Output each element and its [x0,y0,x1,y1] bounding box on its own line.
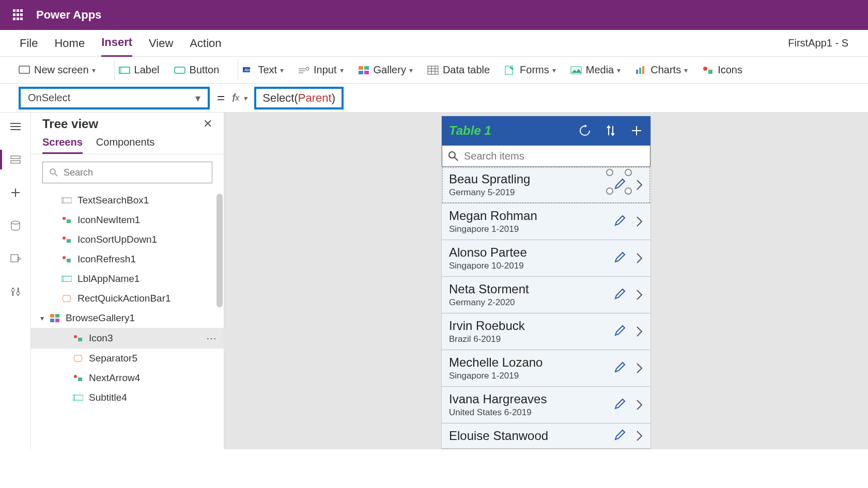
menu-view[interactable]: View [149,30,173,56]
data-icon[interactable] [9,219,22,232]
edit-icon[interactable] [613,178,627,192]
tree-search-input[interactable]: Search [42,162,212,183]
tree-item-iconrefresh[interactable]: IconRefresh1 [31,249,224,269]
tree-item-icon3[interactable]: Icon3 ⋯ [31,328,224,349]
svg-point-57 [74,335,77,338]
new-screen-button[interactable]: New screen ▾ [19,64,96,76]
group-icon [72,333,84,344]
tree-item-label: Icon3 [89,333,113,344]
phone-search-input[interactable]: Search items [442,145,650,167]
svg-marker-68 [611,133,615,136]
tab-components[interactable]: Components [96,136,154,154]
shape-icon [72,353,84,364]
hamburger-icon[interactable] [9,120,22,133]
edit-icon[interactable] [613,251,627,265]
svg-marker-21 [571,69,581,73]
list-item[interactable]: Neta StormentGermany 2-2020 [442,277,650,313]
tree-item-browsegallery[interactable]: ▾ BrowseGallery1 [31,308,224,328]
property-value: OnSelect [28,92,70,104]
formula-bar: OnSelect ▾ = fx▾ Select(Parent) [0,84,868,113]
chevron-right-icon[interactable] [636,362,643,374]
list-item[interactable]: Megan RohmanSingapore 1-2019 [442,203,650,240]
tree-item-iconsortupdown[interactable]: IconSortUpDown1 [31,230,224,249]
list-item[interactable]: Irvin RoebuckBrazil 6-2019 [442,313,650,350]
chevron-right-icon[interactable] [636,325,643,338]
data-table-button[interactable]: Data table [427,64,490,76]
insert-panel-icon[interactable] [9,186,22,199]
edit-icon[interactable] [613,215,627,228]
menu-file[interactable]: File [20,30,38,56]
add-icon[interactable] [630,124,643,137]
scrollbar[interactable] [216,194,223,307]
close-icon[interactable]: ✕ [203,117,212,131]
input-dropdown[interactable]: Input ▾ [298,64,343,76]
equals-sign: = [217,90,225,106]
divider [114,60,115,81]
list-item[interactable]: Mechelle LozanoSingapore 1-2019 [442,350,650,387]
list-item[interactable]: Beau SpratlingGermany 5-2019 [442,167,650,203]
charts-dropdown[interactable]: Charts ▾ [635,64,688,76]
tree-item-textsearchbox[interactable]: TextSearchBox1 [31,191,224,210]
tree-item-rectquickaction[interactable]: RectQuickActionBar1 [31,289,224,308]
menu-home[interactable]: Home [54,30,85,56]
canvas[interactable]: Table 1 Search items Beau SpratlingGerma… [224,113,868,449]
media-panel-icon[interactable] [9,252,22,265]
sort-icon[interactable] [604,124,617,137]
tree-item-subtitle4[interactable]: Subtitle4 [31,388,224,407]
edit-icon[interactable] [613,361,627,375]
phone-preview: Table 1 Search items Beau SpratlingGerma… [441,116,651,449]
group-icon [61,234,72,245]
edit-icon[interactable] [613,398,627,412]
tools-icon[interactable] [9,285,22,298]
list-item[interactable]: Elouise Stanwood [442,423,650,449]
menu-insert[interactable]: Insert [101,29,132,57]
tree-item-label: BrowseGallery1 [66,312,135,324]
gallery-dropdown[interactable]: Gallery ▾ [358,64,413,76]
chevron-down-icon: ▾ [552,66,556,74]
list-item[interactable]: Alonso ParteeSingapore 10-2019 [442,240,650,277]
text-label: Text [258,64,277,76]
edit-icon[interactable] [613,288,627,302]
tree-item-nextarrow4[interactable]: NextArrow4 [31,368,224,388]
tree-item-lblappname[interactable]: LblAppName1 [31,269,224,289]
icons-dropdown[interactable]: Icons [702,64,742,76]
chevron-right-icon[interactable] [636,179,643,191]
tab-screens[interactable]: Screens [42,136,83,154]
item-name: Alonso Partee [449,245,613,260]
chevron-down-icon: ▾ [243,94,247,102]
property-selector[interactable]: OnSelect ▾ [19,87,210,109]
chevron-down-icon: ▾ [195,92,200,104]
list-item[interactable]: Ivana HargreavesUnited States 6-2019 [442,387,650,423]
button-button[interactable]: Button [174,64,220,76]
chevron-right-icon[interactable] [636,430,643,442]
waffle-icon[interactable] [10,7,27,23]
formula-input[interactable]: Select(Parent) [254,87,344,109]
svg-rect-13 [364,71,369,74]
label-button[interactable]: Label [119,64,160,76]
tree-item-iconnewitem[interactable]: IconNewItem1 [31,210,224,230]
menu-action[interactable]: Action [190,30,221,56]
edit-icon[interactable] [613,325,627,338]
charts-label: Charts [650,64,681,76]
tree-view-icon[interactable] [9,153,22,166]
label-icon [61,273,72,285]
svg-rect-55 [50,319,54,322]
chevron-right-icon[interactable] [636,215,643,228]
svg-marker-64 [585,124,587,128]
tree-item-separator5[interactable]: Separator5 [31,349,224,368]
svg-rect-23 [639,68,641,74]
group-icon [72,372,84,384]
text-dropdown[interactable]: Abc Text ▾ [242,64,284,76]
fx-label[interactable]: fx▾ [232,91,247,105]
forms-dropdown[interactable]: Forms ▾ [504,64,556,76]
edit-icon[interactable] [613,429,627,443]
refresh-icon[interactable] [578,124,592,137]
svg-rect-35 [11,255,18,262]
chevron-right-icon[interactable] [636,289,643,301]
more-icon[interactable]: ⋯ [206,332,218,344]
data-table-label: Data table [443,64,490,76]
chevron-right-icon[interactable] [636,252,643,264]
chevron-down-icon[interactable]: ▾ [40,314,44,322]
media-dropdown[interactable]: Media ▾ [570,64,621,76]
chevron-right-icon[interactable] [636,399,643,411]
